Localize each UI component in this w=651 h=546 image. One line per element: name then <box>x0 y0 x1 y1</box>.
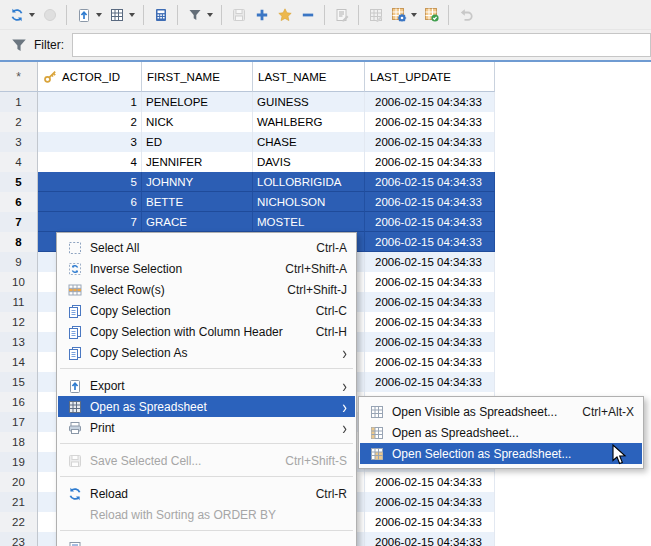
cell-actor_id[interactable]: 7 <box>38 212 142 232</box>
cell-last_update[interactable]: 2006-02-15 04:34:33 <box>365 212 495 232</box>
menu-item-copy-selection[interactable]: Copy SelectionCtrl-C <box>58 300 355 321</box>
row-number[interactable]: 14 <box>0 352 38 372</box>
cell-actor_id[interactable]: 1 <box>38 92 142 112</box>
row-number[interactable]: 1 <box>0 92 38 112</box>
cell-first_name[interactable]: GRACE <box>142 212 253 232</box>
cell-first_name[interactable]: PENELOPE <box>142 92 253 112</box>
row-number[interactable]: 21 <box>0 492 38 512</box>
cell-first_name[interactable]: JENNIFER <box>142 152 253 172</box>
menu-item-copy-selection-as[interactable]: Copy Selection As› <box>58 342 355 363</box>
submenu-item-open-visible-as-spreadsheet[interactable]: Open Visible as Spreadsheet...Ctrl+Alt-X <box>360 401 642 422</box>
filter-button[interactable] <box>183 3 216 27</box>
row-number[interactable]: 19 <box>0 452 38 472</box>
grid-view-button[interactable] <box>105 3 138 27</box>
select-rows-icon <box>66 281 83 298</box>
row-number[interactable]: 12 <box>0 312 38 332</box>
cell-last_name[interactable]: WAHLBERG <box>253 112 365 132</box>
cell-last_update[interactable]: 2006-02-15 04:34:33 <box>365 192 495 212</box>
cell-first_name[interactable]: NICK <box>142 112 253 132</box>
menu-item-select-row-s[interactable]: Select Row(s)Ctrl+Shift-J <box>58 279 355 300</box>
row-number[interactable]: 17 <box>0 412 38 432</box>
cell-last_update[interactable]: 2006-02-15 04:34:33 <box>365 132 495 152</box>
submenu-item-open-as-spreadsheet[interactable]: Open as Spreadsheet... <box>360 422 642 443</box>
grid-settings-button[interactable] <box>387 3 420 27</box>
row-number[interactable]: 9 <box>0 252 38 272</box>
submenu-item-open-selection-as-spreadsheet[interactable]: Open Selection as Spreadsheet... <box>360 443 642 464</box>
cell-last_update[interactable]: 2006-02-15 04:34:33 <box>365 352 495 372</box>
dropdown-caret-icon[interactable] <box>411 13 417 17</box>
row-number[interactable]: 6 <box>0 192 38 212</box>
cell-last_update[interactable]: 2006-02-15 04:34:33 <box>365 292 495 312</box>
grid-confirm-button[interactable] <box>420 3 443 27</box>
copy-icon <box>66 344 83 361</box>
menu-item-export[interactable]: Export› <box>58 375 355 396</box>
row-number[interactable]: 23 <box>0 532 38 546</box>
row-number[interactable]: 7 <box>0 212 38 232</box>
cell-first_name[interactable]: BETTE <box>142 192 253 212</box>
cell-first_name[interactable]: JOHNNY <box>142 172 253 192</box>
row-number[interactable]: 10 <box>0 272 38 292</box>
cell-last_update[interactable]: 2006-02-15 04:34:33 <box>365 232 495 252</box>
cell-last_update[interactable]: 2006-02-15 04:34:33 <box>365 532 495 546</box>
column-header-actor_id[interactable]: ACTOR_ID <box>38 62 142 92</box>
row-number[interactable]: 8 <box>0 232 38 252</box>
cell-actor_id[interactable]: 5 <box>38 172 142 192</box>
cell-actor_id[interactable]: 2 <box>38 112 142 132</box>
menu-item-reload[interactable]: ReloadCtrl-R <box>58 483 355 504</box>
cell-actor_id[interactable]: 3 <box>38 132 142 152</box>
menu-item-print[interactable]: Print› <box>58 417 355 438</box>
grid-corner-cell[interactable]: * <box>0 62 38 92</box>
column-header-first_name[interactable]: FIRST_NAME <box>142 62 253 92</box>
menu-item-select-all[interactable]: Select AllCtrl-A <box>58 237 355 258</box>
row-number[interactable]: 15 <box>0 372 38 392</box>
cell-last_name[interactable]: LOLLOBRIGIDA <box>253 172 365 192</box>
cell-actor_id[interactable]: 6 <box>38 192 142 212</box>
duplicate-row-button[interactable] <box>273 3 296 27</box>
cell-last_update[interactable]: 2006-02-15 04:34:33 <box>365 332 495 352</box>
add-row-button[interactable] <box>250 3 273 27</box>
cell-last_update[interactable]: 2006-02-15 04:34:33 <box>365 92 495 112</box>
filter-input[interactable] <box>72 33 651 57</box>
cell-last_update[interactable]: 2006-02-15 04:34:33 <box>365 472 495 492</box>
row-number[interactable]: 16 <box>0 392 38 412</box>
cell-first_name[interactable]: ED <box>142 132 253 152</box>
cell-last_name[interactable]: DAVIS <box>253 152 365 172</box>
row-number[interactable]: 4 <box>0 152 38 172</box>
delete-row-button[interactable] <box>296 3 319 27</box>
menu-item-inverse-selection[interactable]: Inverse SelectionCtrl+Shift-A <box>58 258 355 279</box>
column-header-last_update[interactable]: LAST_UPDATE <box>365 62 495 92</box>
row-number[interactable]: 22 <box>0 512 38 532</box>
cell-last_update[interactable]: 2006-02-15 04:34:33 <box>365 492 495 512</box>
row-number[interactable]: 18 <box>0 432 38 452</box>
cell-last_update[interactable]: 2006-02-15 04:34:33 <box>365 172 495 192</box>
menu-item-open-as-spreadsheet[interactable]: Open as Spreadsheet› <box>58 396 355 417</box>
cell-last_update[interactable]: 2006-02-15 04:34:33 <box>365 252 495 272</box>
row-number[interactable]: 13 <box>0 332 38 352</box>
column-header-last_name[interactable]: LAST_NAME <box>253 62 365 92</box>
dropdown-caret-icon[interactable] <box>29 13 35 17</box>
cell-last_name[interactable]: GUINESS <box>253 92 365 112</box>
cell-last_update[interactable]: 2006-02-15 04:34:33 <box>365 312 495 332</box>
cell-last_name[interactable]: NICHOLSON <box>253 192 365 212</box>
row-number[interactable]: 20 <box>0 472 38 492</box>
export-resultset-button[interactable] <box>72 3 105 27</box>
dropdown-caret-icon[interactable] <box>96 13 102 17</box>
cell-last_update[interactable]: 2006-02-15 04:34:33 <box>365 512 495 532</box>
dropdown-caret-icon[interactable] <box>129 13 135 17</box>
row-number[interactable]: 5 <box>0 172 38 192</box>
cell-last_name[interactable]: MOSTEL <box>253 212 365 232</box>
cell-last_update[interactable]: 2006-02-15 04:34:33 <box>365 152 495 172</box>
row-number[interactable]: 2 <box>0 112 38 132</box>
row-number[interactable]: 11 <box>0 292 38 312</box>
cell-last_update[interactable]: 2006-02-15 04:34:33 <box>365 372 495 392</box>
menu-item-copy-selection-with-column-header[interactable]: Copy Selection with Column HeaderCtrl-H <box>58 321 355 342</box>
cell-last_name[interactable]: CHASE <box>253 132 365 152</box>
menu-item-partial-item[interactable] <box>58 537 355 546</box>
row-number[interactable]: 3 <box>0 132 38 152</box>
calculate-button[interactable] <box>149 3 172 27</box>
cell-last_update[interactable]: 2006-02-15 04:34:33 <box>365 112 495 132</box>
dropdown-caret-icon[interactable] <box>207 13 213 17</box>
cell-actor_id[interactable]: 4 <box>38 152 142 172</box>
cell-last_update[interactable]: 2006-02-15 04:34:33 <box>365 272 495 292</box>
refresh-button[interactable] <box>5 3 38 27</box>
